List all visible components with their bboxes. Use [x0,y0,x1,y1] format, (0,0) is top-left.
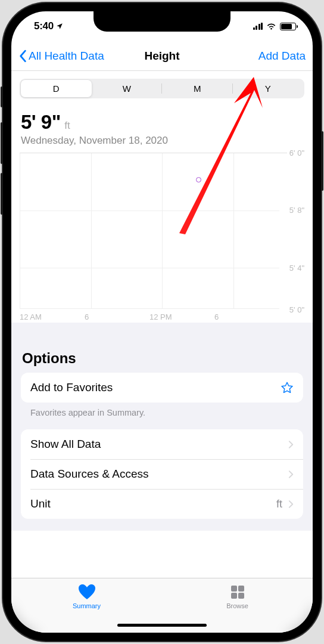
volume-up [1,122,3,164]
add-data-button[interactable]: Add Data [258,49,306,63]
show-all-data-cell[interactable]: Show All Data [21,429,303,459]
grid-icon [229,584,247,600]
heart-icon [78,584,96,600]
y-tick-2: 5' 4" [287,264,304,273]
screen: 5:40 All Health Data Height Add Data [11,11,313,633]
chevron-left-icon [18,49,27,63]
clock: 5:40 [34,20,54,32]
y-tick-1: 5' 8" [287,206,304,215]
star-icon [281,381,294,394]
power-button [321,131,323,191]
sources-label: Data Sources & Access [30,467,149,481]
nav-bar: All Health Data Height Add Data [11,41,313,71]
favorites-footnote: Favorites appear in Summary. [21,402,303,429]
show-all-label: Show All Data [30,438,101,451]
segment-day[interactable]: D [21,80,92,97]
segment-month[interactable]: M [162,80,233,97]
mute-switch [1,86,3,107]
options-section: Options Add to Favorites Favorites appea… [11,346,313,531]
svg-rect-1 [238,586,244,592]
measurement-block: 5' 9" ft Wednesday, November 18, 2020 [11,103,313,149]
page-title: Height [144,49,179,63]
data-sources-cell[interactable]: Data Sources & Access [21,459,303,489]
tab-summary-label: Summary [73,602,101,609]
svg-rect-2 [231,593,237,599]
cellular-signal-icon [253,23,263,30]
favorites-label: Add to Favorites [30,381,113,394]
back-label: All Health Data [29,49,104,63]
wifi-icon [266,23,276,30]
svg-rect-3 [238,593,244,599]
home-indicator[interactable] [117,624,207,627]
back-button[interactable]: All Health Data [18,49,104,63]
height-unit: ft [64,120,70,131]
unit-cell[interactable]: Unit ft [21,489,303,519]
y-tick-3: 5' 0" [287,305,304,314]
battery-icon [280,23,296,30]
chevron-right-icon [288,470,294,479]
height-value: 5' 9" [21,111,61,134]
options-heading: Options [21,346,303,373]
data-point[interactable] [196,177,201,182]
unit-value: ft [276,498,282,510]
add-to-favorites-cell[interactable]: Add to Favorites [21,373,303,402]
chevron-right-icon [288,440,294,449]
y-tick-0: 6' 0" [287,148,304,157]
chevron-right-icon [288,500,294,509]
time-range-segment: D W M Y [20,79,304,98]
segment-year[interactable]: Y [233,80,304,97]
height-chart[interactable]: 6' 0" 5' 8" 5' 4" 5' 0" 12 AM 6 12 PM 6 [20,153,304,323]
svg-rect-0 [231,586,237,592]
tab-browse-label: Browse [226,602,248,609]
location-icon [56,23,63,30]
phone-frame: 5:40 All Health Data Height Add Data [3,3,321,641]
measurement-date: Wednesday, November 18, 2020 [21,135,303,147]
content: D W M Y 5' 9" ft Wednesday, November 18,… [11,71,313,578]
x-axis-labels: 12 AM 6 12 PM 6 [20,312,279,321]
notch [94,11,230,32]
unit-label: Unit [30,497,51,510]
segment-week[interactable]: W [92,80,163,97]
tab-bar: Summary Browse [11,578,313,633]
volume-down [1,173,3,215]
